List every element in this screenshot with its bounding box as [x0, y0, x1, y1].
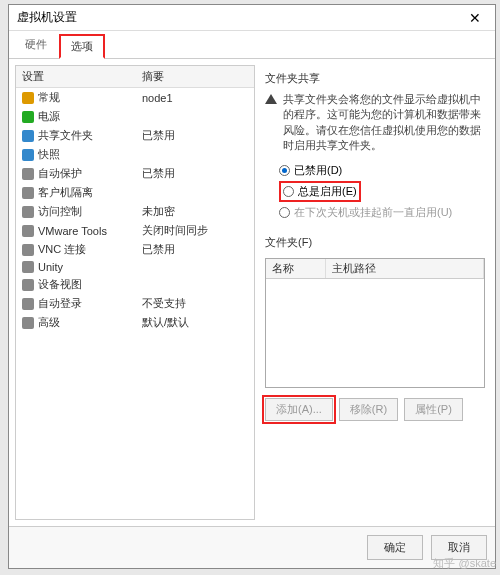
folder-buttons: 添加(A)... 移除(R) 属性(P) [265, 398, 485, 421]
item-name: VNC 连接 [38, 242, 86, 257]
item-value: 已禁用 [136, 164, 254, 183]
item-value [136, 183, 254, 202]
folder-list[interactable]: 名称 主机路径 [265, 258, 485, 388]
shield-icon [22, 168, 34, 180]
device-icon [22, 279, 34, 291]
item-value: node1 [136, 88, 254, 107]
col-name: 名称 [266, 259, 326, 278]
list-item[interactable]: 自动登录不受支持 [16, 294, 254, 313]
window-title: 虚拟机设置 [17, 9, 77, 26]
col-path: 主机路径 [326, 259, 484, 278]
right-panel: 文件夹共享 共享文件夹会将您的文件显示给虚拟机中的程序。这可能为您的计算机和数据… [261, 65, 489, 520]
hint: 共享文件夹会将您的文件显示给虚拟机中的程序。这可能为您的计算机和数据带来风险。请… [265, 92, 485, 154]
adv-icon [22, 317, 34, 329]
item-value: 不受支持 [136, 294, 254, 313]
list-item[interactable]: 快照 [16, 145, 254, 164]
list-item[interactable]: 设备视图 [16, 275, 254, 294]
list-header: 设置 摘要 [16, 66, 254, 88]
unity-icon [22, 261, 34, 273]
footer: 确定 取消 [9, 526, 495, 568]
list-item[interactable]: VNC 连接已禁用 [16, 240, 254, 259]
radio-disabled-label: 已禁用(D) [294, 163, 342, 178]
tab-hardware[interactable]: 硬件 [15, 34, 57, 58]
item-name: 设备视图 [38, 277, 82, 292]
item-value: 未加密 [136, 202, 254, 221]
list-item[interactable]: 电源 [16, 107, 254, 126]
list-item[interactable]: 共享文件夹已禁用 [16, 126, 254, 145]
item-name: 高级 [38, 315, 60, 330]
item-name: 客户机隔离 [38, 185, 93, 200]
item-name: Unity [38, 261, 63, 273]
item-value [136, 259, 254, 275]
col-setting: 设置 [16, 66, 136, 87]
close-icon[interactable]: ✕ [463, 10, 487, 26]
list-item[interactable]: 高级默认/默认 [16, 313, 254, 332]
camera-icon [22, 149, 34, 161]
item-value: 默认/默认 [136, 313, 254, 332]
tabs: 硬件 选项 [9, 31, 495, 59]
list-item[interactable]: 常规node1 [16, 88, 254, 107]
item-name: 电源 [38, 109, 60, 124]
tools-icon [22, 225, 34, 237]
item-name: 常规 [38, 90, 60, 105]
titlebar: 虚拟机设置 ✕ [9, 5, 495, 31]
item-value: 关闭时间同步 [136, 221, 254, 240]
item-value: 已禁用 [136, 240, 254, 259]
list-item[interactable]: Unity [16, 259, 254, 275]
item-name: VMware Tools [38, 225, 107, 237]
list-item[interactable]: 访问控制未加密 [16, 202, 254, 221]
item-value [136, 275, 254, 294]
flag-icon [22, 92, 34, 104]
item-name: 访问控制 [38, 204, 82, 219]
hint-text: 共享文件夹会将您的文件显示给虚拟机中的程序。这可能为您的计算机和数据带来风险。请… [283, 92, 485, 154]
tab-options[interactable]: 选项 [59, 34, 105, 59]
properties-button[interactable]: 属性(P) [404, 398, 463, 421]
radio-disabled[interactable]: 已禁用(D) [279, 163, 485, 178]
list-item[interactable]: 客户机隔离 [16, 183, 254, 202]
item-value [136, 107, 254, 126]
item-value: 已禁用 [136, 126, 254, 145]
radio-icon [279, 207, 290, 218]
auto-icon [22, 298, 34, 310]
lock-icon [22, 206, 34, 218]
item-value [136, 145, 254, 164]
share-section-title: 文件夹共享 [265, 71, 485, 86]
radio-icon [283, 186, 294, 197]
radio-until-poweroff[interactable]: 在下次关机或挂起前一直启用(U) [279, 205, 485, 220]
add-button[interactable]: 添加(A)... [265, 398, 333, 421]
item-name: 自动保护 [38, 166, 82, 181]
play-icon [22, 111, 34, 123]
radio-always-enabled[interactable]: 总是启用(E) [279, 181, 361, 202]
share-mode-group: 已禁用(D) 总是启用(E) 在下次关机或挂起前一直启用(U) [279, 160, 485, 223]
item-name: 快照 [38, 147, 60, 162]
list-item[interactable]: 自动保护已禁用 [16, 164, 254, 183]
remove-button[interactable]: 移除(R) [339, 398, 398, 421]
folder-header: 名称 主机路径 [266, 259, 484, 279]
folder-icon [22, 130, 34, 142]
vm-settings-window: 虚拟机设置 ✕ 硬件 选项 设置 摘要 常规node1电源共享文件夹已禁用快照自… [8, 4, 496, 569]
radio-icon [279, 165, 290, 176]
warning-icon [265, 94, 277, 104]
radio-always-label: 总是启用(E) [298, 184, 357, 199]
col-summary: 摘要 [136, 66, 254, 87]
folder-section-title: 文件夹(F) [265, 235, 485, 250]
list-item[interactable]: VMware Tools关闭时间同步 [16, 221, 254, 240]
monitor-icon [22, 187, 34, 199]
settings-list: 设置 摘要 常规node1电源共享文件夹已禁用快照自动保护已禁用客户机隔离访问控… [15, 65, 255, 520]
ok-button[interactable]: 确定 [367, 535, 423, 560]
body: 设置 摘要 常规node1电源共享文件夹已禁用快照自动保护已禁用客户机隔离访问控… [9, 59, 495, 526]
radio-until-label: 在下次关机或挂起前一直启用(U) [294, 205, 452, 220]
cancel-button[interactable]: 取消 [431, 535, 487, 560]
item-name: 共享文件夹 [38, 128, 93, 143]
item-name: 自动登录 [38, 296, 82, 311]
vnc-icon [22, 244, 34, 256]
